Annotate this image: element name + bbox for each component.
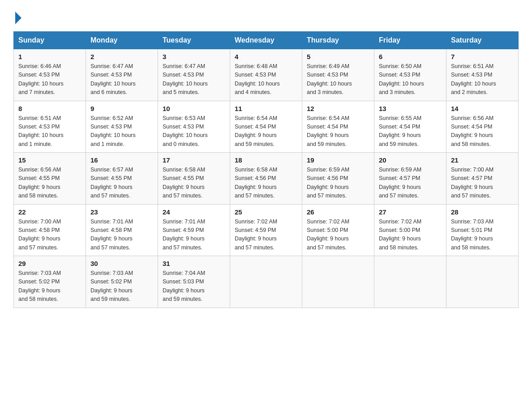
calendar-day-21: 21Sunrise: 7:00 AM Sunset: 4:57 PM Dayli… xyxy=(446,153,519,205)
calendar-day-18: 18Sunrise: 6:58 AM Sunset: 4:56 PM Dayli… xyxy=(230,153,302,205)
day-number: 31 xyxy=(163,260,225,267)
day-number: 27 xyxy=(379,208,442,216)
day-info: Sunrise: 6:50 AM Sunset: 4:53 PM Dayligh… xyxy=(379,62,442,97)
day-info: Sunrise: 6:51 AM Sunset: 4:53 PM Dayligh… xyxy=(451,62,514,97)
day-info: Sunrise: 6:51 AM Sunset: 4:53 PM Dayligh… xyxy=(18,114,81,149)
day-info: Sunrise: 6:58 AM Sunset: 4:56 PM Dayligh… xyxy=(235,166,297,201)
day-number: 18 xyxy=(235,156,297,164)
calendar-day-29: 29Sunrise: 7:03 AM Sunset: 5:02 PM Dayli… xyxy=(14,256,86,308)
day-number: 23 xyxy=(90,208,153,216)
calendar-day-23: 23Sunrise: 7:01 AM Sunset: 4:58 PM Dayli… xyxy=(86,204,158,256)
calendar-day-12: 12Sunrise: 6:54 AM Sunset: 4:54 PM Dayli… xyxy=(302,101,374,153)
calendar-day-19: 19Sunrise: 6:59 AM Sunset: 4:56 PM Dayli… xyxy=(302,153,374,205)
calendar-day-26: 26Sunrise: 7:02 AM Sunset: 5:00 PM Dayli… xyxy=(302,204,374,256)
calendar-day-6: 6Sunrise: 6:50 AM Sunset: 4:53 PM Daylig… xyxy=(374,49,446,101)
calendar-day-9: 9Sunrise: 6:52 AM Sunset: 4:53 PM Daylig… xyxy=(86,101,158,153)
day-header-monday: Monday xyxy=(86,32,158,49)
calendar-day-28: 28Sunrise: 7:03 AM Sunset: 5:01 PM Dayli… xyxy=(446,204,519,256)
day-info: Sunrise: 6:47 AM Sunset: 4:53 PM Dayligh… xyxy=(90,62,153,97)
day-info: Sunrise: 7:04 AM Sunset: 5:03 PM Dayligh… xyxy=(163,269,225,304)
calendar-empty-cell xyxy=(302,256,374,308)
calendar-day-8: 8Sunrise: 6:51 AM Sunset: 4:53 PM Daylig… xyxy=(14,101,86,153)
logo-arrow-icon xyxy=(15,12,21,24)
logo xyxy=(13,13,21,22)
day-info: Sunrise: 6:58 AM Sunset: 4:55 PM Dayligh… xyxy=(163,166,225,201)
day-number: 30 xyxy=(90,260,153,267)
calendar-day-22: 22Sunrise: 7:00 AM Sunset: 4:58 PM Dayli… xyxy=(14,204,86,256)
day-info: Sunrise: 6:56 AM Sunset: 4:55 PM Dayligh… xyxy=(18,166,81,201)
day-number: 9 xyxy=(90,105,153,112)
day-info: Sunrise: 6:55 AM Sunset: 4:54 PM Dayligh… xyxy=(379,114,442,149)
day-number: 5 xyxy=(307,53,369,60)
day-info: Sunrise: 6:59 AM Sunset: 4:57 PM Dayligh… xyxy=(379,166,442,201)
day-info: Sunrise: 6:54 AM Sunset: 4:54 PM Dayligh… xyxy=(235,114,297,149)
calendar-day-25: 25Sunrise: 7:02 AM Sunset: 4:59 PM Dayli… xyxy=(230,204,302,256)
calendar-day-2: 2Sunrise: 6:47 AM Sunset: 4:53 PM Daylig… xyxy=(86,49,158,101)
calendar-day-16: 16Sunrise: 6:57 AM Sunset: 4:55 PM Dayli… xyxy=(86,153,158,205)
day-number: 16 xyxy=(90,156,153,164)
day-number: 7 xyxy=(451,53,514,60)
day-number: 10 xyxy=(163,105,225,112)
day-info: Sunrise: 7:02 AM Sunset: 4:59 PM Dayligh… xyxy=(235,218,297,253)
day-header-friday: Friday xyxy=(374,32,446,49)
calendar-day-1: 1Sunrise: 6:46 AM Sunset: 4:53 PM Daylig… xyxy=(14,49,86,101)
day-info: Sunrise: 6:53 AM Sunset: 4:53 PM Dayligh… xyxy=(163,114,225,149)
day-info: Sunrise: 6:56 AM Sunset: 4:54 PM Dayligh… xyxy=(451,114,514,149)
day-info: Sunrise: 7:02 AM Sunset: 5:00 PM Dayligh… xyxy=(307,218,369,253)
day-info: Sunrise: 6:54 AM Sunset: 4:54 PM Dayligh… xyxy=(307,114,369,149)
day-number: 19 xyxy=(307,156,369,164)
day-number: 20 xyxy=(379,156,442,164)
day-header-tuesday: Tuesday xyxy=(158,32,230,49)
calendar-day-5: 5Sunrise: 6:49 AM Sunset: 4:53 PM Daylig… xyxy=(302,49,374,101)
day-info: Sunrise: 7:00 AM Sunset: 4:57 PM Dayligh… xyxy=(451,166,514,201)
day-number: 17 xyxy=(163,156,225,164)
calendar-day-24: 24Sunrise: 7:01 AM Sunset: 4:59 PM Dayli… xyxy=(158,204,230,256)
calendar-day-31: 31Sunrise: 7:04 AM Sunset: 5:03 PM Dayli… xyxy=(158,256,230,308)
calendar-day-13: 13Sunrise: 6:55 AM Sunset: 4:54 PM Dayli… xyxy=(374,101,446,153)
day-header-saturday: Saturday xyxy=(446,32,519,49)
calendar-day-11: 11Sunrise: 6:54 AM Sunset: 4:54 PM Dayli… xyxy=(230,101,302,153)
day-number: 14 xyxy=(451,105,514,112)
calendar-week-row: 8Sunrise: 6:51 AM Sunset: 4:53 PM Daylig… xyxy=(14,101,519,153)
calendar-empty-cell xyxy=(446,256,519,308)
calendar-day-14: 14Sunrise: 6:56 AM Sunset: 4:54 PM Dayli… xyxy=(446,101,519,153)
day-info: Sunrise: 7:00 AM Sunset: 4:58 PM Dayligh… xyxy=(18,218,81,253)
page-header xyxy=(13,13,519,22)
day-number: 3 xyxy=(163,53,225,60)
calendar-day-3: 3Sunrise: 6:47 AM Sunset: 4:53 PM Daylig… xyxy=(158,49,230,101)
day-header-sunday: Sunday xyxy=(14,32,86,49)
day-number: 26 xyxy=(307,208,369,216)
day-number: 8 xyxy=(18,105,81,112)
day-info: Sunrise: 6:47 AM Sunset: 4:53 PM Dayligh… xyxy=(163,62,225,97)
day-info: Sunrise: 6:49 AM Sunset: 4:53 PM Dayligh… xyxy=(307,62,369,97)
day-number: 29 xyxy=(18,260,81,267)
day-number: 28 xyxy=(451,208,514,216)
day-number: 6 xyxy=(379,53,442,60)
day-number: 13 xyxy=(379,105,442,112)
day-info: Sunrise: 7:01 AM Sunset: 4:58 PM Dayligh… xyxy=(90,218,153,253)
day-info: Sunrise: 6:48 AM Sunset: 4:53 PM Dayligh… xyxy=(235,62,297,97)
calendar-week-row: 15Sunrise: 6:56 AM Sunset: 4:55 PM Dayli… xyxy=(14,153,519,205)
calendar-day-20: 20Sunrise: 6:59 AM Sunset: 4:57 PM Dayli… xyxy=(374,153,446,205)
day-number: 15 xyxy=(18,156,81,164)
day-info: Sunrise: 6:46 AM Sunset: 4:53 PM Dayligh… xyxy=(18,62,81,97)
day-info: Sunrise: 6:57 AM Sunset: 4:55 PM Dayligh… xyxy=(90,166,153,201)
day-number: 22 xyxy=(18,208,81,216)
calendar-day-17: 17Sunrise: 6:58 AM Sunset: 4:55 PM Dayli… xyxy=(158,153,230,205)
day-info: Sunrise: 7:01 AM Sunset: 4:59 PM Dayligh… xyxy=(163,218,225,253)
day-number: 12 xyxy=(307,105,369,112)
day-info: Sunrise: 6:59 AM Sunset: 4:56 PM Dayligh… xyxy=(307,166,369,201)
calendar-week-row: 1Sunrise: 6:46 AM Sunset: 4:53 PM Daylig… xyxy=(14,49,519,101)
calendar-week-row: 29Sunrise: 7:03 AM Sunset: 5:02 PM Dayli… xyxy=(14,256,519,308)
calendar-header-row: SundayMondayTuesdayWednesdayThursdayFrid… xyxy=(14,32,519,49)
day-number: 25 xyxy=(235,208,297,216)
day-number: 11 xyxy=(235,105,297,112)
day-header-wednesday: Wednesday xyxy=(230,32,302,49)
day-info: Sunrise: 7:02 AM Sunset: 5:00 PM Dayligh… xyxy=(379,218,442,253)
calendar-week-row: 22Sunrise: 7:00 AM Sunset: 4:58 PM Dayli… xyxy=(14,204,519,256)
calendar-empty-cell xyxy=(374,256,446,308)
calendar-table: SundayMondayTuesdayWednesdayThursdayFrid… xyxy=(13,31,519,308)
calendar-day-7: 7Sunrise: 6:51 AM Sunset: 4:53 PM Daylig… xyxy=(446,49,519,101)
calendar-day-30: 30Sunrise: 7:03 AM Sunset: 5:02 PM Dayli… xyxy=(86,256,158,308)
day-header-thursday: Thursday xyxy=(302,32,374,49)
